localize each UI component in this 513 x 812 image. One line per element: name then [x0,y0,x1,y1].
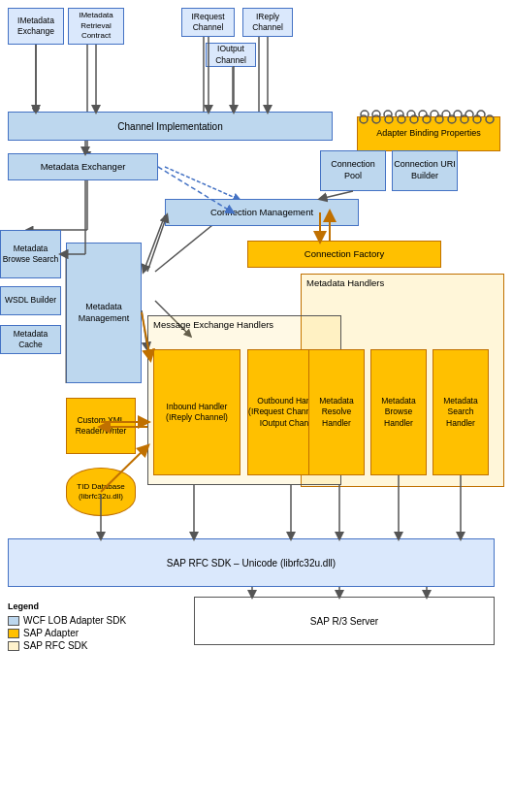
connection-management-box: Connection Management [165,199,359,226]
svg-point-24 [385,115,393,123]
svg-point-28 [435,115,443,123]
legend-color-wcf [8,616,19,626]
svg-point-25 [398,115,405,123]
metadata-search-box: Metadata Search Handler [433,349,489,475]
metadata-browse-box: Metadata Browse Handler [370,349,427,475]
connection-uri-box: Connection URI Builder [392,150,458,191]
legend-label-rfc: SAP RFC SDK [23,640,88,651]
custom-xml-box: Custom XML Reader/Writer [66,398,136,454]
tid-database-box: TID Database (librfc32u.dll) [66,468,136,516]
svg-point-27 [423,115,431,123]
connection-factory-box: Connection Factory [247,241,441,268]
svg-point-32 [486,115,494,123]
wsdl-builder-box: WSDL Builder [0,286,61,315]
metadata-browse-search-box: Metadata Browse Search [0,230,61,278]
svg-line-46 [320,191,353,199]
diagram-container: IMetadata Exchange IMetadata Retrieval C… [0,0,513,16]
legend-label-sap: SAP Adapter [23,628,79,638]
msg-exchange-label: Message Exchange Handlers [153,319,273,330]
legend-label-wcf: WCF LOB Adapter SDK [23,615,126,626]
connection-pool-box: Connection Pool [320,150,386,191]
metadata-handlers-label: Metadata Handlers [306,277,384,288]
svg-point-30 [461,115,468,123]
svg-point-22 [360,115,368,123]
channel-impl-box: Channel Implementation [8,112,333,141]
legend-title: Legend [8,601,126,611]
svg-point-29 [448,115,456,123]
ioutput-channel-box: IOutput Channel [206,43,256,67]
metadata-cache-box: Metadata Cache [0,325,61,354]
legend-item-wcf: WCF LOB Adapter SDK [8,615,126,626]
svg-point-26 [410,115,418,123]
svg-line-8 [165,167,238,199]
connection-circles-svg [359,114,495,124]
imetadata-retrieval-box: IMetadata Retrieval Contract [68,8,124,45]
svg-line-45 [147,215,167,272]
legend-color-sap [8,629,19,638]
inbound-handler-box: Inbound Handler (IReply Channel) [153,349,240,475]
imetadata-exchange-box: IMetadata Exchange [8,8,64,45]
legend-color-rfc [8,641,19,651]
legend: Legend WCF LOB Adapter SDK SAP Adapter S… [8,601,126,653]
legend-item-sap-rfc: SAP RFC SDK [8,640,126,651]
sap-r3-box: SAP R/3 Server [194,597,495,645]
sap-rfc-sdk-box: SAP RFC SDK – Unicode (librfc32u.dll) [8,538,495,587]
ireply-channel-box: IReply Channel [242,8,293,37]
metadata-resolve-box: Metadata Resolve Handler [308,349,365,475]
svg-point-31 [473,115,481,123]
irequest-channel-box: IRequest Channel [181,8,235,37]
metadata-exchanger-box: Metadata Exchanger [8,153,158,180]
metadata-management-box: Metadata Management [66,243,142,383]
legend-item-sap-adapter: SAP Adapter [8,628,126,638]
svg-point-23 [372,115,380,123]
svg-line-44 [144,215,165,272]
